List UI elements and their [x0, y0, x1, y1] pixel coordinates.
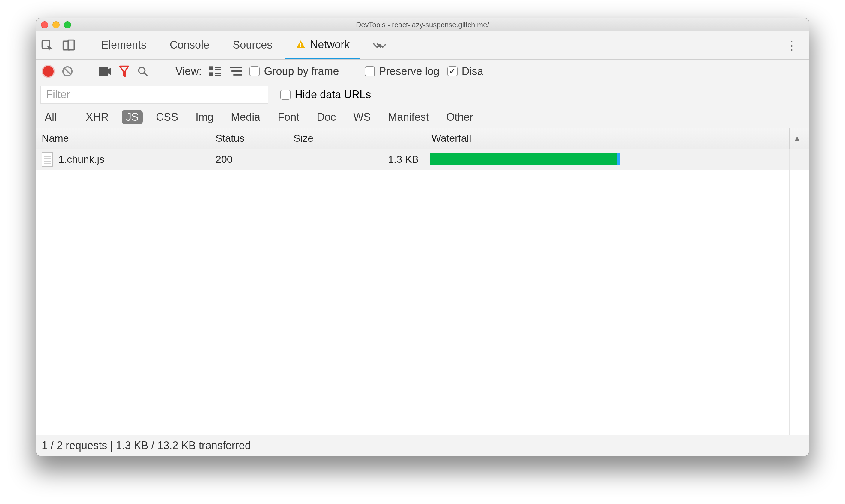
status-text: 1 / 2 requests | 1.3 KB / 13.2 KB transf…: [42, 439, 251, 452]
svg-rect-14: [215, 73, 222, 74]
svg-rect-7: [99, 67, 108, 76]
fullscreen-window-button[interactable]: [64, 21, 71, 29]
type-font[interactable]: Font: [274, 110, 303, 124]
disable-cache-checkbox[interactable]: Disa: [447, 65, 483, 78]
tab-sources[interactable]: Sources: [223, 32, 282, 59]
filter-icon[interactable]: [119, 65, 129, 77]
filter-placeholder: Filter: [46, 88, 70, 101]
svg-line-6: [65, 68, 70, 74]
status-bar: 1 / 2 requests | 1.3 KB / 13.2 KB transf…: [36, 435, 809, 456]
type-ws[interactable]: WS: [349, 110, 375, 124]
resource-type-filters: All XHR JS CSS Img Media Font Doc WS Man…: [36, 106, 809, 128]
type-all[interactable]: All: [40, 110, 61, 124]
devtools-window: DevTools - react-lazy-suspense.glitch.me…: [36, 18, 809, 456]
checkbox-label: Group by frame: [264, 65, 339, 78]
divider: [771, 37, 771, 54]
type-js[interactable]: JS: [122, 110, 143, 124]
checkbox-icon: [249, 66, 260, 76]
traffic-lights: [41, 21, 71, 29]
col-size[interactable]: Size: [288, 128, 426, 149]
toggle-device-toolbar-icon[interactable]: [62, 39, 75, 52]
status-value: 200: [216, 154, 233, 165]
col-status[interactable]: Status: [210, 128, 288, 149]
svg-rect-15: [215, 75, 222, 75]
table-row[interactable]: 1.chunk.js 200 1.3 KB: [36, 149, 809, 170]
close-window-button[interactable]: [41, 21, 48, 29]
type-css[interactable]: CSS: [152, 110, 182, 124]
clear-icon[interactable]: [61, 65, 73, 77]
type-img[interactable]: Img: [191, 110, 218, 124]
col-sort-indicator[interactable]: ▲: [790, 128, 809, 149]
svg-rect-4: [300, 46, 301, 47]
cell-name: 1.chunk.js: [36, 149, 210, 169]
js-file-icon: [42, 152, 53, 167]
cell-size: 1.3 KB: [288, 149, 426, 169]
svg-line-9: [144, 73, 147, 76]
checkbox-label: Hide data URLs: [295, 88, 371, 101]
tab-label: Elements: [101, 39, 146, 51]
overview-icon[interactable]: [230, 66, 242, 77]
minimize-window-button[interactable]: [52, 21, 60, 29]
type-xhr[interactable]: XHR: [82, 110, 113, 124]
svg-rect-17: [232, 70, 242, 72]
checkbox-label: Disa: [462, 65, 483, 78]
checkbox-icon: [280, 90, 291, 100]
col-label: Size: [294, 132, 313, 144]
svg-rect-11: [215, 67, 222, 68]
tab-label: Network: [310, 38, 350, 51]
preserve-log-checkbox[interactable]: Preserve log: [365, 65, 440, 78]
tab-console[interactable]: Console: [160, 32, 219, 59]
size-value: 1.3 KB: [388, 154, 419, 165]
divider: [161, 63, 161, 80]
waterfall-bar: [430, 154, 617, 165]
svg-rect-10: [209, 66, 213, 70]
svg-rect-12: [215, 69, 222, 70]
svg-point-8: [139, 67, 145, 73]
capture-screenshots-icon[interactable]: [99, 67, 111, 76]
inspect-element-icon[interactable]: [40, 39, 54, 52]
tab-label: Console: [170, 39, 209, 51]
svg-rect-18: [233, 74, 242, 75]
warning-icon: [296, 39, 306, 50]
svg-rect-3: [300, 43, 301, 46]
type-doc[interactable]: Doc: [313, 110, 340, 124]
type-manifest[interactable]: Manifest: [384, 110, 433, 124]
col-label: Waterfall: [432, 132, 471, 144]
hide-data-urls-checkbox[interactable]: Hide data URLs: [280, 88, 371, 101]
titlebar: DevTools - react-lazy-suspense.glitch.me…: [36, 18, 809, 32]
table-header: Name Status Size Waterfall ▲: [36, 128, 809, 149]
request-name: 1.chunk.js: [58, 154, 104, 165]
type-other[interactable]: Other: [442, 110, 477, 124]
filter-input[interactable]: Filter: [40, 86, 268, 104]
window-title: DevTools - react-lazy-suspense.glitch.me…: [356, 21, 489, 29]
tab-network[interactable]: Network: [285, 32, 360, 59]
record-button[interactable]: [43, 66, 54, 77]
more-tabs-icon[interactable]: [363, 41, 395, 50]
checkbox-icon: [365, 66, 375, 76]
requests-table: Name Status Size Waterfall ▲ 1.chunk.js …: [36, 128, 809, 435]
view-label: View:: [175, 65, 201, 78]
sort-triangle-icon: ▲: [793, 133, 801, 143]
large-rows-icon[interactable]: [209, 66, 221, 77]
divider: [83, 37, 83, 54]
col-label: Status: [216, 132, 244, 144]
tab-elements[interactable]: Elements: [91, 32, 157, 59]
cell-status: 200: [210, 149, 288, 169]
svg-rect-2: [68, 40, 74, 50]
cell-waterfall: [426, 149, 809, 169]
tab-label: Sources: [233, 39, 272, 51]
filter-row: Filter Hide data URLs: [36, 83, 809, 106]
checkbox-label: Preserve log: [379, 65, 440, 78]
col-label: Name: [42, 132, 69, 144]
type-media[interactable]: Media: [227, 110, 264, 124]
group-by-frame-checkbox[interactable]: Group by frame: [249, 65, 339, 78]
svg-rect-13: [209, 72, 213, 76]
search-icon[interactable]: [137, 66, 148, 77]
col-waterfall[interactable]: Waterfall: [426, 128, 790, 149]
divider: [86, 63, 86, 80]
table-body: 1.chunk.js 200 1.3 KB: [36, 149, 809, 435]
divider: [71, 111, 71, 123]
checkbox-icon: [447, 66, 458, 76]
settings-menu-icon[interactable]: ⋮: [779, 38, 805, 53]
col-name[interactable]: Name: [36, 128, 210, 149]
